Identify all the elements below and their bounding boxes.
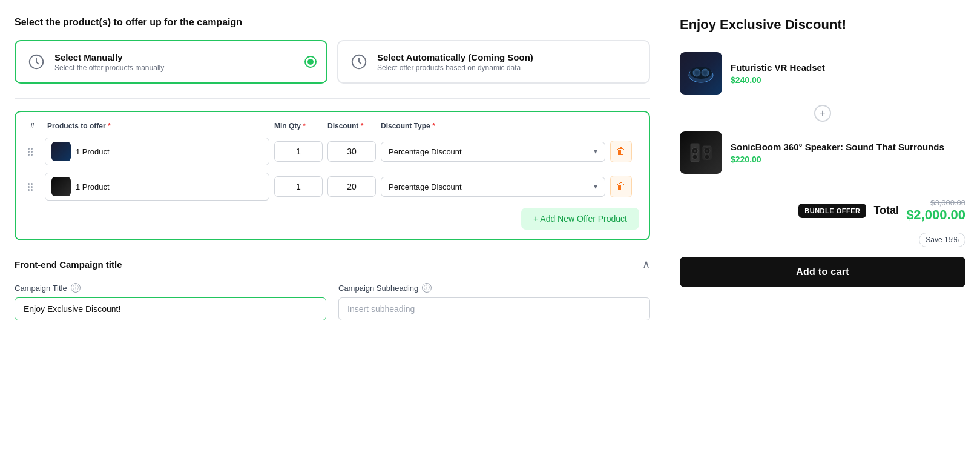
- right-panel: Enjoy Exclusive Discount! Futuristic VR: [665, 0, 980, 461]
- campaign-subheading-label: Campaign Subheading ⓘ: [338, 283, 650, 293]
- campaign-subheading-group: Campaign Subheading ⓘ: [338, 283, 650, 320]
- auto-card-title: Select Automatically (Coming Soon): [377, 52, 639, 62]
- product-preview-name-1: Futuristic VR Headset: [731, 62, 965, 73]
- manual-card-subtitle: Select the offer products manually: [54, 64, 297, 72]
- col-hash: #: [30, 122, 42, 130]
- campaign-title-label: Campaign Title ⓘ: [15, 283, 326, 293]
- required-star-products: *: [108, 122, 111, 130]
- product-price-1: $240.00: [731, 75, 965, 85]
- col-discount-type: Discount Type *: [381, 122, 603, 130]
- table-row: 1 Product Percentage Discount ▾ 🗑: [25, 173, 639, 201]
- delete-btn-1[interactable]: 🗑: [610, 141, 632, 162]
- plus-icon: +: [814, 105, 831, 122]
- campaign-section-title: Front-end Campaign title: [15, 259, 122, 270]
- add-offer-button[interactable]: + Add New Offer Product: [521, 208, 639, 230]
- discount-type-label-2: Percentage Discount: [389, 182, 462, 191]
- campaign-section-header: Front-end Campaign title ∧: [15, 257, 650, 271]
- chevron-down-icon-2: ▾: [594, 182, 597, 191]
- campaign-subheading-input[interactable]: [338, 297, 650, 320]
- total-label: Total: [873, 204, 899, 217]
- trash-icon-1: 🗑: [616, 146, 626, 157]
- select-auto-card[interactable]: Select Automatically (Coming Soon) Selec…: [337, 40, 650, 84]
- product-item-1: Futuristic VR Headset $240.00: [680, 45, 965, 102]
- divider: [15, 98, 650, 99]
- svg-point-7: [703, 71, 707, 75]
- select-manually-card[interactable]: Select Manually Select the offer product…: [15, 40, 327, 84]
- drag-handle-1[interactable]: [28, 148, 40, 156]
- bundle-badge: BUNDLE OFFER: [798, 204, 866, 218]
- col-min-qty: Min Qty *: [274, 122, 323, 130]
- svg-point-11: [694, 150, 696, 152]
- svg-point-6: [695, 71, 699, 75]
- discount-input-1[interactable]: [327, 141, 376, 162]
- col-products: Products to offer *: [47, 122, 269, 130]
- add-to-cart-button[interactable]: Add to cart: [680, 257, 965, 287]
- clock-icon-auto: [348, 51, 370, 73]
- discount-type-select-1[interactable]: Percentage Discount ▾: [381, 142, 605, 162]
- product-thumb-1: [51, 142, 71, 161]
- svg-point-15: [705, 154, 709, 159]
- auto-card-content: Select Automatically (Coming Soon) Selec…: [377, 52, 639, 72]
- required-star-discount: *: [361, 122, 364, 130]
- required-star-qty: *: [303, 122, 306, 130]
- product-image-vr: [680, 52, 722, 95]
- product-price-2: $220.00: [731, 154, 965, 164]
- product-field-1[interactable]: 1 Product: [45, 138, 269, 165]
- product-item-2: SonicBoom 360° Speaker: Sound That Surro…: [680, 124, 965, 181]
- product-field-2[interactable]: 1 Product: [45, 173, 269, 201]
- selection-cards: Select Manually Select the offer product…: [15, 40, 650, 84]
- product-name-1: 1 Product: [76, 147, 110, 156]
- campaign-title-input[interactable]: [15, 297, 326, 320]
- svg-point-14: [706, 150, 708, 152]
- discount-type-label-1: Percentage Discount: [389, 147, 462, 156]
- clock-icon-manual: [25, 51, 47, 73]
- trash-icon-2: 🗑: [616, 181, 626, 192]
- left-panel: Select the product(s) to offer up for th…: [0, 0, 665, 461]
- table-header: # Products to offer * Min Qty * Discount…: [25, 122, 639, 130]
- save-row: Save 15%: [680, 233, 965, 247]
- original-price: $3,000.00: [930, 198, 965, 207]
- campaign-title-group: Campaign Title ⓘ: [15, 283, 326, 320]
- main-title: Select the product(s) to offer up for th…: [15, 17, 650, 28]
- product-preview-name-2: SonicBoom 360° Speaker: Sound That Surro…: [731, 142, 965, 152]
- total-section: BUNDLE OFFER Total $3,000.00 $2,000.00: [680, 193, 965, 228]
- manual-radio[interactable]: [304, 56, 317, 68]
- product-image-speaker: [680, 131, 722, 174]
- qty-input-1[interactable]: [274, 141, 323, 162]
- discounted-price: $2,000.00: [906, 207, 965, 223]
- campaign-title-section: Front-end Campaign title ∧ Campaign Titl…: [15, 257, 650, 320]
- info-icon-title: ⓘ: [71, 283, 81, 293]
- offer-table: # Products to offer * Min Qty * Discount…: [15, 111, 650, 240]
- auto-card-subtitle: Select offer products based on dynamic d…: [377, 64, 639, 72]
- preview-title: Enjoy Exclusive Discount!: [680, 17, 965, 33]
- save-badge: Save 15%: [919, 233, 965, 247]
- total-prices: $3,000.00 $2,000.00: [906, 198, 965, 223]
- chevron-down-icon-1: ▾: [594, 147, 597, 156]
- plus-separator: +: [680, 102, 965, 124]
- drag-handle-2[interactable]: [28, 183, 40, 191]
- product-name-2: 1 Product: [76, 182, 110, 191]
- info-icon-subheading: ⓘ: [422, 283, 432, 293]
- manual-card-content: Select Manually Select the offer product…: [54, 52, 297, 72]
- collapse-button[interactable]: ∧: [642, 257, 650, 271]
- required-star-type: *: [432, 122, 435, 130]
- table-row: 1 Product Percentage Discount ▾ 🗑: [25, 138, 639, 165]
- product-list: Futuristic VR Headset $240.00 +: [680, 45, 965, 181]
- col-discount: Discount *: [327, 122, 376, 130]
- manual-card-title: Select Manually: [54, 52, 297, 62]
- discount-type-select-2[interactable]: Percentage Discount ▾: [381, 177, 605, 197]
- form-grid: Campaign Title ⓘ Campaign Subheading ⓘ: [15, 283, 650, 320]
- qty-input-2[interactable]: [274, 176, 323, 197]
- product-thumb-2: [51, 177, 71, 196]
- svg-point-12: [692, 154, 697, 159]
- discount-input-2[interactable]: [327, 176, 376, 197]
- product-info-2: SonicBoom 360° Speaker: Sound That Surro…: [731, 142, 965, 164]
- product-info-1: Futuristic VR Headset $240.00: [731, 62, 965, 85]
- delete-btn-2[interactable]: 🗑: [610, 176, 632, 197]
